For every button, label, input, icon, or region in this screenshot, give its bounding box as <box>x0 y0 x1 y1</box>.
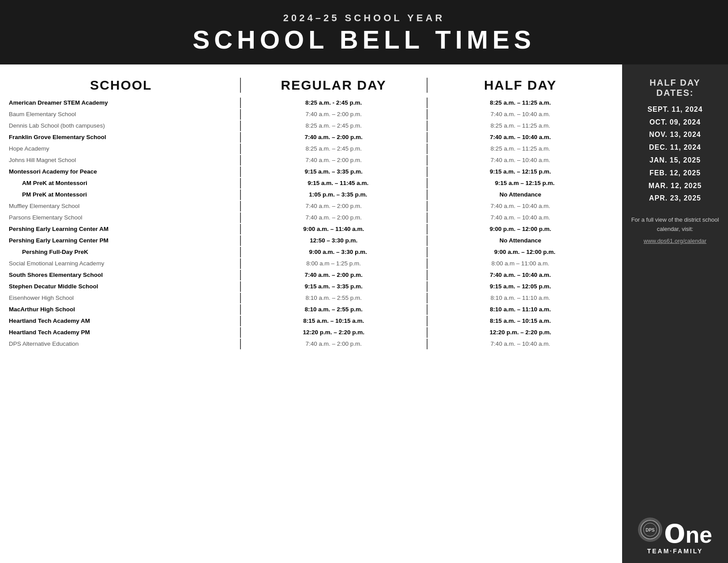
half-time-cell: 7:40 a.m. – 10:40 a.m. <box>428 212 613 223</box>
main-panel: SCHOOL REGULAR DAY HALF DAY American Dre… <box>0 64 622 563</box>
school-name: Dennis Lab School (both campuses) <box>9 121 105 131</box>
school-name-cell: AM PreK at Montessori <box>9 178 241 189</box>
half-time: 8:25 a.m. – 11:25 a.m. <box>491 144 550 154</box>
half-time: 7:40 a.m. – 10:40 a.m. <box>491 212 550 223</box>
regular-time-cell: 12:20 p.m. – 2:20 p.m. <box>241 327 428 338</box>
table-row: MacArthur High School8:10 a.m. – 2:55 p.… <box>9 304 613 315</box>
regular-time-cell: 7:40 a.m. – 2:00 p.m. <box>241 155 428 166</box>
half-time: 7:40 a.m. – 10:40 a.m. <box>490 270 551 280</box>
table-row: Pershing Full-Day PreK9:00 a.m. – 3:30 p… <box>9 246 613 258</box>
regular-time-cell: 1:05 p.m. – 3:35 p.m. <box>241 189 428 200</box>
logo-text: o ne <box>664 516 713 546</box>
regular-time-cell: 7:40 a.m. – 2:00 p.m. <box>241 270 428 280</box>
half-time-cell: 8:25 a.m. – 11:25 a.m. <box>428 144 613 154</box>
regular-time-cell: 7:40 a.m. – 2:00 p.m. <box>241 339 428 349</box>
school-name-cell: Social Emotional Learning Academy <box>9 258 241 269</box>
half-time-cell: 9:15 a.m. – 12:15 p.m. <box>428 166 613 177</box>
half-time: 8:00 a.m – 11:00 a.m. <box>492 258 549 269</box>
half-time-cell: 8:10 a.m. – 11:10 a.m. <box>428 293 613 303</box>
half-time-cell: 7:40 a.m. – 10:40 a.m. <box>428 155 613 166</box>
school-name: Social Emotional Learning Academy <box>9 258 104 269</box>
regular-time-cell: 8:10 a.m. – 2:55 p.m. <box>241 304 428 315</box>
half-time-cell: 7:40 a.m. – 10:40 a.m. <box>428 109 613 120</box>
right-panel: HALF DAY DATES: SEPT. 11, 2024OCT. 09, 2… <box>622 64 728 563</box>
svg-text:DPS: DPS <box>645 528 655 533</box>
school-header: SCHOOL <box>9 78 241 93</box>
regular-time: 7:40 a.m. – 2:00 p.m. <box>305 339 362 349</box>
half-day-date-item: JAN. 15, 2025 <box>647 154 702 167</box>
school-name: Heartland Tech Academy AM <box>9 316 90 326</box>
regular-time-cell: 9:15 a.m. – 11:45 a.m. <box>241 178 428 189</box>
regular-time: 7:40 a.m. – 2:00 p.m. <box>305 270 363 280</box>
table-row: Hope Academy8:25 a.m. – 2:45 p.m.8:25 a.… <box>9 143 613 155</box>
half-time-cell: 12:20 p.m. – 2:20 p.m. <box>428 327 613 338</box>
school-name: Heartland Tech Academy PM <box>9 327 90 338</box>
half-time: 7:40 a.m. – 10:40 a.m. <box>491 155 550 166</box>
half-day-date-item: OCT. 09, 2024 <box>647 116 702 129</box>
calendar-text: For a full view of the district school c… <box>631 215 719 234</box>
school-name-cell: Baum Elementary School <box>9 109 241 120</box>
table-row: Montessori Academy for Peace9:15 a.m. – … <box>9 166 613 178</box>
table-row: Baum Elementary School7:40 a.m. – 2:00 p… <box>9 109 613 120</box>
district-seal: DPS <box>638 518 662 542</box>
school-name-cell: Parsons Elementary School <box>9 212 241 223</box>
regular-time: 8:25 a.m. – 2:45 p.m. <box>305 121 362 131</box>
regular-time-cell: 7:40 a.m. – 2:00 p.m. <box>241 109 428 120</box>
regular-time-cell: 8:15 a.m. – 10:15 a.m. <box>241 316 428 326</box>
school-name: South Shores Elementary School <box>9 270 103 280</box>
regular-time: 8:10 a.m. – 2:55 p.m. <box>305 293 362 303</box>
table-row: Johns Hill Magnet School7:40 a.m. – 2:00… <box>9 155 613 166</box>
half-day-date-item: FEB. 12, 2025 <box>647 167 702 180</box>
half-time: 7:40 a.m. – 10:40 a.m. <box>491 339 550 349</box>
table-row: Pershing Early Learning Center PM12:50 –… <box>9 235 613 246</box>
regular-time-cell: 7:40 a.m. – 2:00 p.m. <box>241 212 428 223</box>
half-day-date-item: APR. 23, 2025 <box>647 192 702 205</box>
school-name-cell: Stephen Decatur Middle School <box>9 281 241 292</box>
half-time: No Attendance <box>499 189 541 200</box>
regular-time: 9:00 a.m. – 3:30 p.m. <box>300 247 367 257</box>
header: 2024–25 School Year School Bell Times <box>0 0 728 64</box>
regular-time: 9:00 a.m. – 11:40 a.m. <box>303 224 364 234</box>
half-day-date-item: SEPT. 11, 2024 <box>647 103 702 116</box>
table-row: Heartland Tech Academy PM12:20 p.m. – 2:… <box>9 327 613 338</box>
school-name: American Dreamer STEM Academy <box>9 98 108 108</box>
school-name-cell: Pershing Early Learning Center PM <box>9 235 241 246</box>
half-time: 9:00 p.m. – 12:00 p.m. <box>490 224 552 234</box>
school-name: Parsons Elementary School <box>9 212 83 223</box>
data-rows: American Dreamer STEM Academy8:25 a.m. -… <box>9 97 613 350</box>
column-headers: SCHOOL REGULAR DAY HALF DAY <box>9 78 613 93</box>
school-name-cell: Pershing Early Learning Center AM <box>9 224 241 234</box>
school-name: Franklin Grove Elementary School <box>9 132 106 143</box>
school-name: MacArthur High School <box>9 304 75 315</box>
calendar-link: www.dps61.org/calendar <box>644 238 706 244</box>
half-time-cell: 8:00 a.m – 11:00 a.m. <box>428 258 613 269</box>
regular-time-cell: 9:00 a.m. – 3:30 p.m. <box>241 247 428 257</box>
half-time: 7:40 a.m. – 10:40 a.m. <box>491 109 550 120</box>
half-time: 9:15 a.m – 12:15 p.m. <box>486 178 555 189</box>
regular-time: 1:05 p.m. – 3:35 p.m. <box>300 189 367 200</box>
regular-time-cell: 8:25 a.m. – 2:45 p.m. <box>241 144 428 154</box>
table-row: AM PreK at Montessori9:15 a.m. – 11:45 a… <box>9 178 613 189</box>
regular-time: 9:15 a.m. – 3:35 p.m. <box>305 281 363 292</box>
school-name-cell: Heartland Tech Academy PM <box>9 327 241 338</box>
half-day-date-item: NOV. 13, 2024 <box>647 128 702 141</box>
half-time-cell: 8:25 a.m. – 11:25 a.m. <box>428 121 613 131</box>
regular-time-cell: 9:00 a.m. – 11:40 a.m. <box>241 224 428 234</box>
logo-area: DPS o ne TEAM·FAMILY <box>638 516 713 555</box>
regular-time-cell: 8:25 a.m. - 2:45 p.m. <box>241 98 428 108</box>
regular-time-cell: 8:25 a.m. – 2:45 p.m. <box>241 121 428 131</box>
half-time: 8:15 a.m. – 10:15 a.m. <box>490 316 551 326</box>
table-row: Franklin Grove Elementary School7:40 a.m… <box>9 132 613 143</box>
table-row: PM PreK at Montessori1:05 p.m. – 3:35 p.… <box>9 189 613 200</box>
regular-time: 8:10 a.m. – 2:55 p.m. <box>305 304 363 315</box>
school-name: Baum Elementary School <box>9 109 76 120</box>
regular-time: 8:15 a.m. – 10:15 a.m. <box>303 316 364 326</box>
half-time: 8:10 a.m. – 11:10 a.m. <box>490 304 551 315</box>
half-time-cell: No Attendance <box>428 235 613 246</box>
school-name: Montessori Academy for Peace <box>9 166 97 177</box>
school-name-cell: American Dreamer STEM Academy <box>9 98 241 108</box>
regular-time-cell: 8:00 a.m – 1:25 p.m. <box>241 258 428 269</box>
table-row: Parsons Elementary School7:40 a.m. – 2:0… <box>9 212 613 223</box>
half-day-date-item: DEC. 11, 2024 <box>647 141 702 154</box>
regular-time: 7:40 a.m. – 2:00 p.m. <box>305 212 362 223</box>
